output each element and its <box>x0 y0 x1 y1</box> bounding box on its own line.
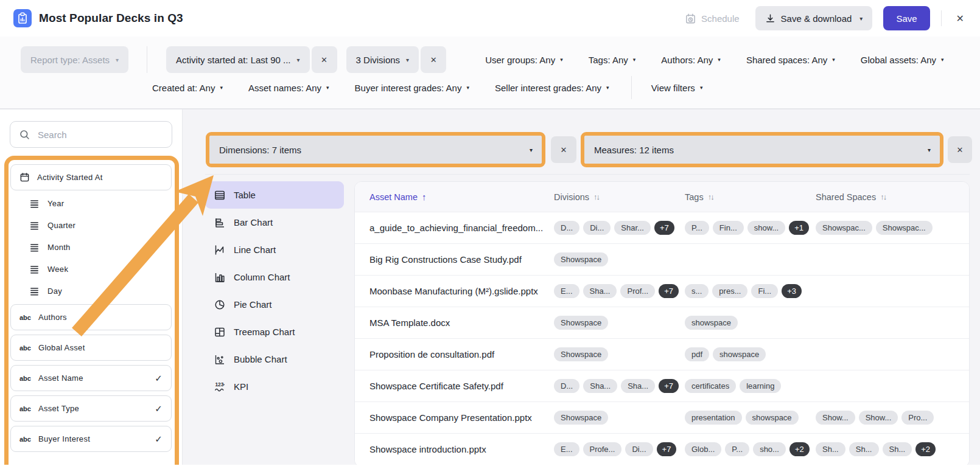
sidebar-item-week[interactable]: Week <box>0 258 182 280</box>
search-input[interactable] <box>38 130 163 140</box>
chart-type-treemap-chart[interactable]: Treemap Chart <box>205 318 344 346</box>
table-row[interactable]: Moonbase Manufacturing (M²).gslide.pptxE… <box>355 276 969 307</box>
tag-chip[interactable]: Pro... <box>901 411 934 425</box>
filter-dropdown-seller-interest-grades[interactable]: Seller interest grades: Any▾ <box>495 83 609 93</box>
tag-chip[interactable]: Sha... <box>621 379 655 393</box>
sidebar-item-authors[interactable]: abcAuthors <box>10 304 172 330</box>
more-badge[interactable]: +7 <box>654 221 674 235</box>
schedule-button[interactable]: Schedule <box>685 13 740 24</box>
tag-chip[interactable]: Sha... <box>583 379 617 393</box>
tag-chip[interactable]: D... <box>554 379 579 393</box>
tag-chip[interactable]: Glob... <box>685 442 721 456</box>
table-row[interactable]: Big Rig Constructions Case Study.pdfShow… <box>355 244 969 276</box>
more-badge[interactable]: +3 <box>782 284 802 298</box>
more-badge[interactable]: +1 <box>789 221 809 235</box>
sidebar-item-asset-type[interactable]: abcAsset Type✓ <box>10 395 172 422</box>
chart-type-kpi[interactable]: 123KPI <box>205 373 344 400</box>
tag-chip[interactable]: Prof... <box>620 284 655 298</box>
save-download-button[interactable]: Save & download ▾ <box>755 6 873 30</box>
tag-chip[interactable]: E... <box>554 284 579 298</box>
table-row[interactable]: Showspace Company Presentation.pptxShows… <box>355 402 969 434</box>
sidebar-search[interactable] <box>10 121 172 148</box>
table-row[interactable]: Showspace introduction.pptxE...Profe...D… <box>355 434 969 465</box>
save-button[interactable]: Save <box>883 6 929 30</box>
more-badge[interactable]: +7 <box>657 442 677 456</box>
tag-chip[interactable]: P... <box>725 442 749 456</box>
tag-chip[interactable]: Sh... <box>849 442 879 456</box>
chart-type-bar-chart[interactable]: Bar Chart <box>205 209 344 236</box>
chart-type-bubble-chart[interactable]: Bubble Chart <box>205 346 344 373</box>
table-row[interactable]: Showspace Certificate Safety.pdfD...Sha.… <box>355 370 969 402</box>
dimensions-select[interactable]: Dimensions: 7 items ▾ <box>209 136 542 164</box>
table-row[interactable]: MSA Template.docxShowspaceshowspace <box>355 307 969 339</box>
sidebar-item-global-asset[interactable]: abcGlobal Asset <box>10 335 172 361</box>
more-badge[interactable]: +7 <box>659 284 679 298</box>
tag-chip[interactable]: showspace <box>746 411 799 425</box>
tag-chip[interactable]: Show... <box>859 411 898 425</box>
filter-dropdown-user-groups[interactable]: User groups: Any▾ <box>485 55 563 65</box>
more-badge[interactable]: +7 <box>659 379 679 393</box>
tag-chip[interactable]: Fi... <box>751 284 778 298</box>
view-filters-dropdown[interactable]: View filters ▾ <box>651 83 703 93</box>
sidebar-item-year[interactable]: Year <box>0 192 182 214</box>
filter-dropdown-asset-names[interactable]: Asset names: Any▾ <box>248 83 329 93</box>
tag-chip[interactable]: pdf <box>685 347 709 361</box>
table-row[interactable]: a_guide_to_achieving_financial_freedom..… <box>355 212 969 244</box>
tag-chip[interactable]: Sh... <box>816 442 845 456</box>
tag-chip[interactable]: sho... <box>753 442 786 456</box>
chart-type-pie-chart[interactable]: Pie Chart <box>205 291 344 318</box>
sidebar-item-month[interactable]: Month <box>0 236 182 258</box>
sidebar-item-buyer-interest[interactable]: abcBuyer Interest✓ <box>10 426 172 452</box>
tag-chip[interactable]: Show... <box>816 411 855 425</box>
chart-type-line-chart[interactable]: Line Chart <box>205 236 344 263</box>
sidebar-item-quarter[interactable]: Quarter <box>0 214 182 236</box>
tag-chip[interactable]: P... <box>685 221 709 235</box>
tag-chip[interactable]: pres... <box>712 284 747 298</box>
sidebar-item-day[interactable]: Day <box>0 280 182 302</box>
chart-type-column-chart[interactable]: Column Chart <box>205 263 344 291</box>
more-badge[interactable]: +2 <box>789 442 810 456</box>
tag-chip[interactable]: certificates <box>685 379 736 393</box>
tag-chip[interactable]: Showspace <box>554 411 608 425</box>
measures-select[interactable]: Measures: 12 items ▾ <box>584 136 940 164</box>
tag-chip[interactable]: Showspace <box>554 252 608 266</box>
tag-chip[interactable]: s... <box>685 284 709 298</box>
filter-dropdown-tags[interactable]: Tags: Any▾ <box>589 55 636 65</box>
sidebar-item-activity-started-at[interactable]: Activity Started At <box>10 164 172 190</box>
tag-chip[interactable]: Di... <box>625 442 653 456</box>
tag-chip[interactable]: Showspac... <box>816 221 872 235</box>
tag-chip[interactable]: Showspace <box>554 316 608 330</box>
chart-type-table[interactable]: Table <box>205 181 344 209</box>
tag-chip[interactable]: learning <box>740 379 781 393</box>
filter-dropdown-created-at[interactable]: Created at: Any▾ <box>152 83 223 93</box>
filter-dropdown-global-assets[interactable]: Global assets: Any▾ <box>861 55 944 65</box>
remove-dimensions-button[interactable]: ✕ <box>551 136 576 163</box>
filter-dropdown-shared-spaces[interactable]: Shared spaces: Any▾ <box>746 55 835 65</box>
tag-chip[interactable]: E... <box>554 442 579 456</box>
column-header-tags[interactable]: Tags↑↓ <box>685 192 816 202</box>
close-icon[interactable]: ✕ <box>953 10 968 27</box>
tag-chip[interactable]: Profe... <box>583 442 622 456</box>
tag-chip[interactable]: Shar... <box>614 221 651 235</box>
remove-activity-filter-button[interactable]: ✕ <box>312 46 337 73</box>
table-row[interactable]: Proposition de consultation.pdfShowspace… <box>355 339 969 370</box>
tag-chip[interactable]: showspace <box>713 347 766 361</box>
filter-dropdown-authors[interactable]: Authors: Any▾ <box>661 55 721 65</box>
tag-chip[interactable]: Sha... <box>583 284 617 298</box>
tag-chip[interactable]: showspace <box>685 316 738 330</box>
activity-started-filter[interactable]: Activity started at: Last 90 ... ▾ <box>166 46 309 73</box>
tag-chip[interactable]: presentation <box>685 411 742 425</box>
tag-chip[interactable]: show... <box>747 221 785 235</box>
remove-measures-button[interactable]: ✕ <box>948 136 972 163</box>
tag-chip[interactable]: Di... <box>583 221 611 235</box>
tag-chip[interactable]: Fin... <box>713 221 744 235</box>
sidebar-item-asset-name[interactable]: abcAsset Name✓ <box>10 365 172 391</box>
tag-chip[interactable]: Showspace <box>554 347 608 361</box>
tag-chip[interactable]: Showspac... <box>876 221 933 235</box>
remove-divisions-filter-button[interactable]: ✕ <box>421 46 446 73</box>
column-header-asset-name[interactable]: Asset Name↑ <box>369 192 554 202</box>
more-badge[interactable]: +2 <box>915 442 936 456</box>
filter-dropdown-buyer-interest-grades[interactable]: Buyer interest grades: Any▾ <box>355 83 469 93</box>
column-header-shared-spaces[interactable]: Shared Spaces↑↓ <box>816 192 969 202</box>
report-type-filter[interactable]: Report type: Assets ▾ <box>21 46 128 73</box>
